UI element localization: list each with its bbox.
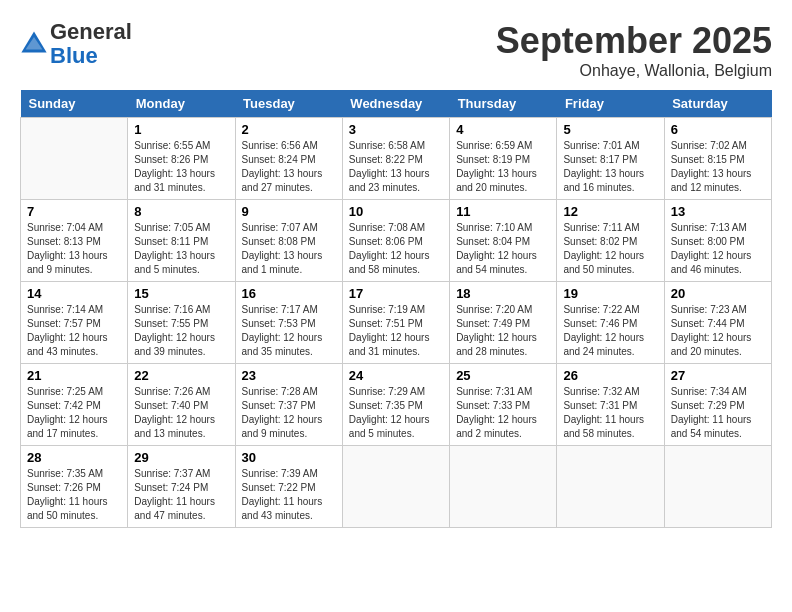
calendar-cell: 1Sunrise: 6:55 AM Sunset: 8:26 PM Daylig… xyxy=(128,118,235,200)
calendar-cell: 21Sunrise: 7:25 AM Sunset: 7:42 PM Dayli… xyxy=(21,364,128,446)
calendar-cell xyxy=(557,446,664,528)
calendar-cell: 10Sunrise: 7:08 AM Sunset: 8:06 PM Dayli… xyxy=(342,200,449,282)
day-number: 17 xyxy=(349,286,443,301)
calendar-cell: 28Sunrise: 7:35 AM Sunset: 7:26 PM Dayli… xyxy=(21,446,128,528)
day-info: Sunrise: 7:39 AM Sunset: 7:22 PM Dayligh… xyxy=(242,467,336,523)
weekday-header-sunday: Sunday xyxy=(21,90,128,118)
calendar-cell: 30Sunrise: 7:39 AM Sunset: 7:22 PM Dayli… xyxy=(235,446,342,528)
day-info: Sunrise: 7:11 AM Sunset: 8:02 PM Dayligh… xyxy=(563,221,657,277)
weekday-header-friday: Friday xyxy=(557,90,664,118)
day-number: 26 xyxy=(563,368,657,383)
logo-general: General xyxy=(50,19,132,44)
day-info: Sunrise: 7:14 AM Sunset: 7:57 PM Dayligh… xyxy=(27,303,121,359)
day-number: 18 xyxy=(456,286,550,301)
day-info: Sunrise: 7:16 AM Sunset: 7:55 PM Dayligh… xyxy=(134,303,228,359)
calendar-cell: 23Sunrise: 7:28 AM Sunset: 7:37 PM Dayli… xyxy=(235,364,342,446)
logo: General Blue xyxy=(20,20,132,68)
calendar-cell: 26Sunrise: 7:32 AM Sunset: 7:31 PM Dayli… xyxy=(557,364,664,446)
calendar-cell: 5Sunrise: 7:01 AM Sunset: 8:17 PM Daylig… xyxy=(557,118,664,200)
calendar-cell: 24Sunrise: 7:29 AM Sunset: 7:35 PM Dayli… xyxy=(342,364,449,446)
day-number: 7 xyxy=(27,204,121,219)
day-number: 22 xyxy=(134,368,228,383)
title-block: September 2025 Onhaye, Wallonia, Belgium xyxy=(496,20,772,80)
calendar-cell: 3Sunrise: 6:58 AM Sunset: 8:22 PM Daylig… xyxy=(342,118,449,200)
day-info: Sunrise: 7:22 AM Sunset: 7:46 PM Dayligh… xyxy=(563,303,657,359)
day-number: 25 xyxy=(456,368,550,383)
calendar-cell: 13Sunrise: 7:13 AM Sunset: 8:00 PM Dayli… xyxy=(664,200,771,282)
day-number: 16 xyxy=(242,286,336,301)
calendar-cell xyxy=(21,118,128,200)
calendar-cell: 17Sunrise: 7:19 AM Sunset: 7:51 PM Dayli… xyxy=(342,282,449,364)
calendar-table: SundayMondayTuesdayWednesdayThursdayFrid… xyxy=(20,90,772,528)
calendar-cell: 7Sunrise: 7:04 AM Sunset: 8:13 PM Daylig… xyxy=(21,200,128,282)
day-number: 13 xyxy=(671,204,765,219)
weekday-header-monday: Monday xyxy=(128,90,235,118)
weekday-header-thursday: Thursday xyxy=(450,90,557,118)
day-number: 10 xyxy=(349,204,443,219)
calendar-cell: 27Sunrise: 7:34 AM Sunset: 7:29 PM Dayli… xyxy=(664,364,771,446)
day-info: Sunrise: 7:17 AM Sunset: 7:53 PM Dayligh… xyxy=(242,303,336,359)
calendar-cell: 12Sunrise: 7:11 AM Sunset: 8:02 PM Dayli… xyxy=(557,200,664,282)
week-row-2: 7Sunrise: 7:04 AM Sunset: 8:13 PM Daylig… xyxy=(21,200,772,282)
calendar-cell: 6Sunrise: 7:02 AM Sunset: 8:15 PM Daylig… xyxy=(664,118,771,200)
day-info: Sunrise: 7:26 AM Sunset: 7:40 PM Dayligh… xyxy=(134,385,228,441)
calendar-cell xyxy=(450,446,557,528)
day-number: 30 xyxy=(242,450,336,465)
calendar-cell: 15Sunrise: 7:16 AM Sunset: 7:55 PM Dayli… xyxy=(128,282,235,364)
week-row-4: 21Sunrise: 7:25 AM Sunset: 7:42 PM Dayli… xyxy=(21,364,772,446)
calendar-cell: 9Sunrise: 7:07 AM Sunset: 8:08 PM Daylig… xyxy=(235,200,342,282)
calendar-cell: 16Sunrise: 7:17 AM Sunset: 7:53 PM Dayli… xyxy=(235,282,342,364)
day-info: Sunrise: 7:25 AM Sunset: 7:42 PM Dayligh… xyxy=(27,385,121,441)
day-number: 28 xyxy=(27,450,121,465)
logo-blue: Blue xyxy=(50,43,98,68)
day-info: Sunrise: 7:20 AM Sunset: 7:49 PM Dayligh… xyxy=(456,303,550,359)
month-title: September 2025 xyxy=(496,20,772,62)
calendar-cell: 2Sunrise: 6:56 AM Sunset: 8:24 PM Daylig… xyxy=(235,118,342,200)
day-number: 21 xyxy=(27,368,121,383)
day-info: Sunrise: 6:59 AM Sunset: 8:19 PM Dayligh… xyxy=(456,139,550,195)
day-number: 27 xyxy=(671,368,765,383)
day-number: 14 xyxy=(27,286,121,301)
day-number: 15 xyxy=(134,286,228,301)
calendar-cell xyxy=(342,446,449,528)
weekday-header-saturday: Saturday xyxy=(664,90,771,118)
day-info: Sunrise: 7:19 AM Sunset: 7:51 PM Dayligh… xyxy=(349,303,443,359)
day-info: Sunrise: 6:55 AM Sunset: 8:26 PM Dayligh… xyxy=(134,139,228,195)
day-info: Sunrise: 7:13 AM Sunset: 8:00 PM Dayligh… xyxy=(671,221,765,277)
day-info: Sunrise: 7:32 AM Sunset: 7:31 PM Dayligh… xyxy=(563,385,657,441)
day-info: Sunrise: 7:31 AM Sunset: 7:33 PM Dayligh… xyxy=(456,385,550,441)
day-number: 5 xyxy=(563,122,657,137)
calendar-cell: 14Sunrise: 7:14 AM Sunset: 7:57 PM Dayli… xyxy=(21,282,128,364)
day-number: 9 xyxy=(242,204,336,219)
day-number: 2 xyxy=(242,122,336,137)
day-info: Sunrise: 7:01 AM Sunset: 8:17 PM Dayligh… xyxy=(563,139,657,195)
calendar-cell xyxy=(664,446,771,528)
day-info: Sunrise: 6:56 AM Sunset: 8:24 PM Dayligh… xyxy=(242,139,336,195)
day-number: 1 xyxy=(134,122,228,137)
calendar-cell: 4Sunrise: 6:59 AM Sunset: 8:19 PM Daylig… xyxy=(450,118,557,200)
calendar-cell: 25Sunrise: 7:31 AM Sunset: 7:33 PM Dayli… xyxy=(450,364,557,446)
day-info: Sunrise: 7:37 AM Sunset: 7:24 PM Dayligh… xyxy=(134,467,228,523)
day-info: Sunrise: 7:34 AM Sunset: 7:29 PM Dayligh… xyxy=(671,385,765,441)
day-info: Sunrise: 7:05 AM Sunset: 8:11 PM Dayligh… xyxy=(134,221,228,277)
day-info: Sunrise: 6:58 AM Sunset: 8:22 PM Dayligh… xyxy=(349,139,443,195)
weekday-header-tuesday: Tuesday xyxy=(235,90,342,118)
page-header: General Blue September 2025 Onhaye, Wall… xyxy=(20,20,772,80)
calendar-cell: 18Sunrise: 7:20 AM Sunset: 7:49 PM Dayli… xyxy=(450,282,557,364)
calendar-cell: 8Sunrise: 7:05 AM Sunset: 8:11 PM Daylig… xyxy=(128,200,235,282)
day-number: 29 xyxy=(134,450,228,465)
day-number: 20 xyxy=(671,286,765,301)
day-number: 8 xyxy=(134,204,228,219)
day-info: Sunrise: 7:04 AM Sunset: 8:13 PM Dayligh… xyxy=(27,221,121,277)
week-row-5: 28Sunrise: 7:35 AM Sunset: 7:26 PM Dayli… xyxy=(21,446,772,528)
day-info: Sunrise: 7:35 AM Sunset: 7:26 PM Dayligh… xyxy=(27,467,121,523)
day-number: 6 xyxy=(671,122,765,137)
day-number: 3 xyxy=(349,122,443,137)
day-number: 19 xyxy=(563,286,657,301)
day-info: Sunrise: 7:28 AM Sunset: 7:37 PM Dayligh… xyxy=(242,385,336,441)
week-row-1: 1Sunrise: 6:55 AM Sunset: 8:26 PM Daylig… xyxy=(21,118,772,200)
day-number: 24 xyxy=(349,368,443,383)
week-row-3: 14Sunrise: 7:14 AM Sunset: 7:57 PM Dayli… xyxy=(21,282,772,364)
day-number: 12 xyxy=(563,204,657,219)
calendar-cell: 11Sunrise: 7:10 AM Sunset: 8:04 PM Dayli… xyxy=(450,200,557,282)
